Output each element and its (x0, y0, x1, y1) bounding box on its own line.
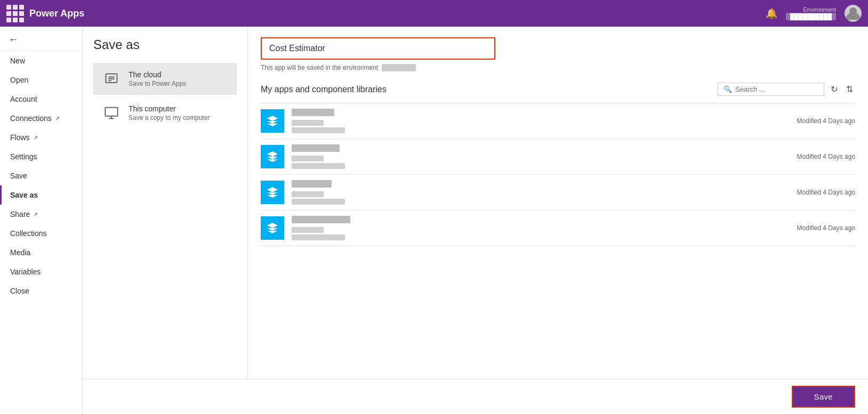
app-info (292, 109, 790, 133)
computer-option-title: This computer (128, 104, 210, 113)
search-input[interactable] (735, 85, 825, 93)
apps-section-header: My apps and component libraries 🔍 ↻ ⇅ (261, 82, 855, 96)
sort-icon[interactable]: ⇅ (844, 82, 855, 96)
external-link-icon: ↗ (55, 115, 60, 122)
computer-save-icon (102, 103, 121, 123)
app-sub-blurred (292, 191, 324, 197)
save-option-computer[interactable]: This computer Save a copy to my computer (93, 97, 237, 129)
app-name-blurred (292, 109, 334, 116)
apps-section-actions: 🔍 ↻ ⇅ (718, 82, 855, 96)
app-sub-blurred (292, 156, 324, 161)
top-nav-right: 🔔 Environment ██████████ (766, 5, 862, 22)
main-layout: ← New Open Account Connections ↗ Flows ↗… (0, 27, 868, 414)
app-sub-blurred (292, 227, 324, 233)
app-sub-blurred2 (292, 199, 345, 205)
cloud-option-subtitle: Save to Power Apps (128, 80, 186, 87)
search-icon: 🔍 (724, 85, 732, 93)
app-info (292, 144, 790, 169)
sidebar-item-new[interactable]: New (0, 51, 82, 70)
app-icon (261, 181, 284, 204)
cloud-option-text: The cloud Save to Power Apps (128, 70, 186, 87)
svg-rect-5 (105, 108, 117, 116)
environment-label: Environment (803, 6, 836, 13)
app-title: Power Apps (29, 8, 84, 19)
table-row[interactable]: Modified 4 Days ago (261, 175, 855, 210)
app-name-blurred (292, 180, 332, 188)
sidebar-item-collections[interactable]: Collections (0, 224, 82, 243)
save-detail-panel: This app will be saved in the environmen… (248, 27, 868, 379)
table-row[interactable]: Modified 4 Days ago (261, 103, 855, 139)
save-option-cloud[interactable]: The cloud Save to Power Apps (93, 63, 237, 95)
notification-bell-icon[interactable]: 🔔 (766, 7, 777, 19)
computer-option-subtitle: Save a copy to my computer (128, 114, 210, 121)
save-as-area: Save as The cloud Save to Power Apps (83, 27, 868, 379)
app-info (292, 216, 790, 240)
app-sub-blurred2 (292, 127, 345, 133)
app-sub-blurred2 (292, 234, 345, 240)
sidebar-item-save[interactable]: Save (0, 166, 82, 185)
env-name-blurred (382, 64, 415, 71)
save-as-title: Save as (93, 37, 247, 52)
cloud-option-title: The cloud (128, 70, 186, 79)
app-sub-blurred2 (292, 163, 345, 169)
sidebar-item-media[interactable]: Media (0, 243, 82, 262)
app-name-input[interactable] (261, 37, 495, 60)
refresh-icon[interactable]: ↻ (829, 82, 840, 96)
app-sub-blurred (292, 120, 324, 126)
table-row[interactable]: Modified 4 Days ago (261, 139, 855, 175)
save-button[interactable]: Save (792, 386, 855, 408)
external-link-icon: ↗ (33, 134, 38, 141)
app-name-blurred (292, 216, 350, 223)
sidebar-item-variables[interactable]: Variables (0, 262, 82, 281)
back-button[interactable]: ← (0, 27, 82, 51)
bottom-bar: Save (83, 379, 868, 414)
environment-selector[interactable]: Environment ██████████ (786, 6, 836, 20)
sidebar-item-open[interactable]: Open (0, 70, 82, 90)
user-avatar[interactable] (845, 5, 862, 22)
search-box[interactable]: 🔍 (718, 83, 824, 96)
sidebar: ← New Open Account Connections ↗ Flows ↗… (0, 27, 83, 414)
app-info (292, 180, 790, 205)
cloud-save-icon (102, 69, 121, 88)
sidebar-item-share[interactable]: Share ↗ (0, 205, 82, 224)
sidebar-item-connections[interactable]: Connections ↗ (0, 109, 82, 128)
content-area: Save as The cloud Save to Power Apps (83, 27, 868, 414)
sidebar-item-account[interactable]: Account (0, 90, 82, 109)
app-modified: Modified 4 Days ago (797, 224, 855, 232)
table-row[interactable]: Modified 4 Days ago (261, 210, 855, 246)
svg-rect-1 (106, 74, 117, 83)
sidebar-item-close[interactable]: Close (0, 281, 82, 301)
app-name-blurred (292, 144, 340, 152)
environment-value: ██████████ (786, 13, 836, 20)
app-icon (261, 109, 284, 133)
app-modified: Modified 4 Days ago (797, 153, 855, 160)
apps-list: Modified 4 Days ago Modified 4 Days ago (261, 103, 855, 368)
external-link-icon: ↗ (33, 211, 38, 218)
sidebar-item-flows[interactable]: Flows ↗ (0, 128, 82, 147)
top-navigation: Power Apps 🔔 Environment ██████████ (0, 0, 868, 27)
sidebar-item-settings[interactable]: Settings (0, 147, 82, 166)
env-note: This app will be saved in the environmen… (261, 64, 855, 71)
app-icon (261, 145, 284, 168)
app-modified: Modified 4 Days ago (797, 189, 855, 196)
app-modified: Modified 4 Days ago (797, 117, 855, 125)
app-grid-icon[interactable] (6, 5, 24, 22)
sidebar-item-save-as[interactable]: Save as (0, 185, 82, 205)
app-icon (261, 216, 284, 240)
save-location-panel: Save as The cloud Save to Power Apps (83, 27, 248, 379)
apps-section-title: My apps and component libraries (261, 85, 387, 94)
computer-option-text: This computer Save a copy to my computer (128, 104, 210, 121)
